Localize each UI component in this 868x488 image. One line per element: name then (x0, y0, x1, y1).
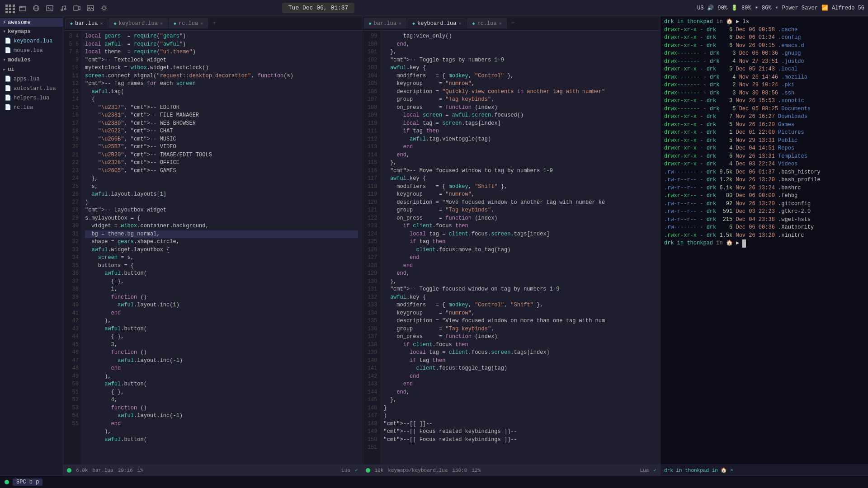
tab-close-keyboard[interactable]: ✕ (458, 21, 461, 26)
file-label: apps.lua (14, 76, 40, 82)
file-label: mouse.lua (14, 47, 43, 54)
awesome-label: awesome (8, 19, 30, 26)
brightness-value: 86% (762, 5, 772, 11)
brightness-icon: ☀ (755, 5, 758, 11)
bottombar: SPC b p (0, 475, 868, 488)
volume-icon: 🔊 (707, 5, 714, 11)
sidebar-item-apps[interactable]: 📄 apps.lua (0, 74, 63, 84)
left-tab-keyboard[interactable]: ◆ keyboard.lua ✕ (108, 18, 167, 28)
sidebar-folder-keymaps[interactable]: ▾ keymaps (0, 27, 63, 36)
lua-icon: ◆ (174, 21, 176, 26)
right-tab-keyboard[interactable]: ◆ keyboard.lua ✕ (407, 18, 466, 28)
right-status-filetype: Lua (640, 468, 649, 473)
tab-close-rc[interactable]: ✕ (499, 21, 502, 26)
browser-icon[interactable] (31, 3, 42, 14)
svg-point-11 (103, 7, 105, 9)
left-tab-rc[interactable]: ◆ rc.lua ✕ (169, 18, 208, 28)
left-tab-bar[interactable]: ◆ bar.lua ✕ (65, 18, 108, 28)
right-editor-tabs: ◆ bar.lua ✕ ◆ keyboard.lua ✕ ◆ rc.lua ✕ (362, 16, 660, 31)
left-editor-tabs: ◆ bar.lua ✕ ◆ keyboard.lua ✕ ◆ rc.lua ✕ (63, 16, 362, 31)
right-status-percent: 12% (472, 468, 481, 473)
folder-expand-icon: ▸ (3, 66, 6, 73)
bottom-status-dot (5, 480, 9, 484)
lua-icon: ◆ (369, 21, 372, 26)
main-area: ⚡ awesome ▾ keymaps 📄 keyboard.lua 📄 mou… (0, 16, 868, 475)
right-line-numbers: 99 100 101 102 103 104 105 106 107 108 1… (362, 31, 380, 465)
file-icon: 📄 (5, 75, 11, 82)
right-status-filename: keymaps/keyboard.lua (388, 468, 448, 473)
clock: Tue Dec 06, 01:37 (282, 3, 355, 13)
image-icon[interactable] (85, 3, 96, 14)
power-saver-icon: ⚡ (775, 5, 778, 11)
file-icon: 📄 (5, 47, 11, 54)
music-icon[interactable] (58, 3, 69, 14)
terminal-content: drk in thonkpad in 🏠 ▶ ls drwxr-xr-x - d… (660, 16, 868, 465)
sidebar-item-keyboard[interactable]: 📄 keyboard.lua (0, 36, 63, 46)
topbar-right: US 🔊 90% 🔋 80% ☀ 86% ⚡ Power Saver 📶 Alf… (697, 5, 864, 11)
battery-value: 80% (741, 5, 751, 11)
right-code-content: 99 100 101 102 103 104 105 106 107 108 1… (362, 31, 660, 465)
sidebar-folder-modules[interactable]: ▾ modules (0, 55, 63, 65)
tab-close-bar[interactable]: ✕ (399, 21, 401, 26)
video-icon[interactable] (71, 3, 82, 14)
left-status-filename: bar.lua (92, 468, 113, 473)
sidebar-tag-awesome[interactable]: ⚡ awesome (0, 18, 63, 27)
right-status-check: ✓ (653, 467, 656, 473)
settings-icon[interactable] (99, 3, 109, 14)
tab-label: rc.lua (179, 20, 198, 27)
file-label: keyboard.lua (14, 38, 52, 44)
tab-label: keyboard.lua (417, 20, 456, 27)
right-tab-bar[interactable]: ◆ bar.lua ✕ (364, 18, 406, 28)
apps-grid-icon[interactable] (4, 3, 14, 14)
right-status-filesize: 18k (375, 468, 384, 473)
sidebar-item-helpers[interactable]: 📄 helpers.lua (0, 93, 63, 103)
sidebar-item-rc[interactable]: 📄 rc.lua (0, 103, 63, 112)
svg-rect-9 (87, 5, 94, 11)
tab-add-right[interactable]: + (508, 18, 519, 28)
left-editor: ◆ bar.lua ✕ ◆ keyboard.lua ✕ ◆ rc.lua ✕ (63, 16, 362, 475)
folder-label: keymaps (8, 28, 30, 35)
svg-point-6 (61, 9, 63, 11)
wifi-icon: 📶 (821, 5, 828, 11)
editor-area: ◆ bar.lua ✕ ◆ keyboard.lua ✕ ◆ rc.lua ✕ (63, 16, 660, 475)
file-label: rc.lua (14, 104, 33, 111)
terminal-icon[interactable] (44, 3, 55, 14)
file-icon: 📄 (5, 94, 11, 101)
sidebar-item-mouse[interactable]: 📄 mouse.lua (0, 46, 63, 55)
terminal-panel: drk in thonkpad in 🏠 ▶ ls drwxr-xr-x - d… (660, 16, 868, 475)
svg-point-7 (64, 8, 66, 10)
folder-expand-icon: ▾ (3, 28, 6, 35)
file-icon: 📄 (5, 104, 11, 111)
tab-label: bar.lua (374, 20, 396, 27)
left-code-lines[interactable]: local gears = require("gears")local awfu… (81, 31, 362, 465)
sidebar: ⚡ awesome ▾ keymaps 📄 keyboard.lua 📄 mou… (0, 16, 63, 475)
tab-label: keyboard.lua (119, 20, 158, 27)
tab-close-rc[interactable]: ✕ (200, 21, 203, 26)
left-status-percent: 1% (137, 468, 143, 473)
left-statusbar: 6.0k bar.lua 29:16 1% Lua ✓ (63, 465, 362, 475)
wifi-label: Alfredo 5G (832, 5, 864, 11)
left-status-check: ✓ (355, 467, 358, 473)
volume-value: 90% (717, 5, 727, 11)
left-status-filesize: 6.0k (76, 468, 88, 473)
left-status-position: 29:16 (118, 468, 133, 473)
sidebar-item-autostart[interactable]: 📄 autostart.lua (0, 84, 63, 93)
tab-label: rc.lua (477, 20, 497, 27)
right-status-position: 150:0 (452, 468, 467, 473)
editors-container: ◆ bar.lua ✕ ◆ keyboard.lua ✕ ◆ rc.lua ✕ (63, 16, 660, 475)
right-status-dot (366, 468, 370, 473)
sidebar-folder-ui[interactable]: ▸ ui (0, 65, 63, 74)
file-label: helpers.lua (14, 95, 49, 101)
file-icon: 📄 (5, 85, 11, 92)
awesome-icon: ⚡ (3, 19, 6, 26)
svg-rect-8 (74, 6, 78, 10)
bottom-mode: SPC b p (13, 479, 42, 486)
right-code-lines[interactable]: tag:view_only() end, }, "cmt">-- Toggle … (380, 31, 660, 465)
folder-expand-icon: ▾ (3, 56, 6, 63)
file-manager-icon[interactable] (17, 3, 28, 14)
tab-close-keyboard[interactable]: ✕ (160, 21, 163, 26)
tab-add-left[interactable]: + (209, 18, 220, 28)
keyboard-badge: US (697, 5, 703, 11)
tab-close-bar[interactable]: ✕ (100, 21, 103, 26)
right-tab-rc[interactable]: ◆ rc.lua ✕ (467, 18, 506, 28)
